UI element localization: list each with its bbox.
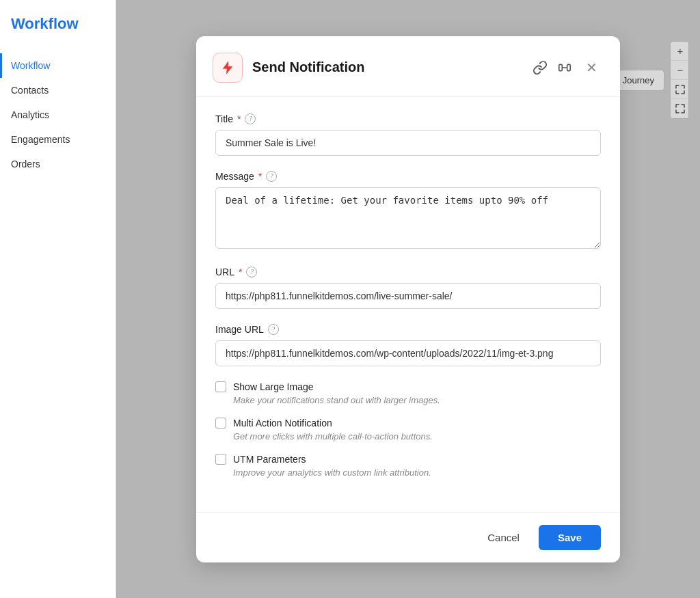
notification-icon-wrap [213, 53, 243, 83]
url-input[interactable] [215, 283, 601, 309]
image-url-input[interactable] [215, 340, 601, 366]
show-large-image-group: Show Large Image Make your notifications… [215, 381, 601, 405]
url-label: URL * ? [215, 267, 601, 277]
url-field-group: URL * ? [215, 267, 601, 309]
modal-header-actions: ✕ [533, 58, 601, 77]
send-notification-modal: Send Notification [196, 36, 620, 562]
modal-overlay: Send Notification [116, 0, 700, 598]
utm-parameters-label: UTM Parameters [233, 454, 306, 465]
url-required-star: * [239, 267, 242, 277]
image-url-field-group: Image URL ? [215, 324, 601, 366]
title-label: Title * ? [215, 113, 601, 124]
title-input[interactable] [215, 130, 601, 156]
utm-parameters-row: UTM Parameters [215, 454, 601, 465]
lightning-icon [220, 60, 235, 75]
modal-header: Send Notification [196, 36, 620, 97]
show-large-image-row: Show Large Image [215, 381, 601, 392]
modal-body: Title * ? Message * ? [196, 97, 620, 506]
message-help-icon[interactable]: ? [266, 171, 277, 182]
cancel-button[interactable]: Cancel [476, 526, 530, 549]
svg-rect-1 [567, 64, 571, 70]
image-url-help-icon[interactable]: ? [268, 324, 279, 335]
svg-rect-0 [559, 64, 563, 70]
multi-action-group: Multi Action Notification Get more click… [215, 418, 601, 441]
multi-action-label: Multi Action Notification [233, 418, 332, 429]
sidebar-logo-text: Workflow [11, 15, 79, 32]
save-button[interactable]: Save [539, 525, 601, 550]
link-icon[interactable] [533, 60, 548, 75]
show-large-image-label: Show Large Image [233, 381, 314, 392]
sidebar-nav: Workflow Contacts Analytics Engagements … [0, 53, 116, 176]
message-required-star: * [258, 171, 262, 182]
title-field-group: Title * ? [215, 113, 601, 156]
title-required-star: * [237, 113, 241, 124]
utm-parameters-checkbox[interactable] [215, 454, 226, 465]
sidebar-item-orders[interactable]: Orders [0, 152, 116, 176]
show-large-image-hint: Make your notifications stand out with l… [215, 395, 601, 405]
message-textarea[interactable] [215, 187, 601, 249]
modal-footer: Cancel Save [196, 513, 620, 562]
multi-action-checkbox[interactable] [215, 418, 226, 429]
message-label: Message * ? [215, 171, 601, 182]
main-area: w Contact Journey + − [116, 0, 700, 598]
sidebar-logo: Workflow [0, 7, 116, 46]
url-help-icon[interactable]: ? [246, 267, 257, 277]
utm-parameters-hint: Improve your analytics with custom link … [215, 467, 601, 478]
sidebar-item-engagements[interactable]: Engagements [0, 127, 116, 152]
multi-action-row: Multi Action Notification [215, 418, 601, 429]
modal-close-button[interactable]: ✕ [582, 58, 601, 77]
title-help-icon[interactable]: ? [245, 113, 256, 124]
modal-title: Send Notification [252, 59, 523, 75]
message-field-group: Message * ? [215, 171, 601, 252]
sidebar-item-workflow[interactable]: Workflow [0, 53, 116, 78]
multi-action-hint: Get more clicks with multiple call-to-ac… [215, 431, 601, 441]
sidebar: Workflow Workflow Contacts Analytics Eng… [0, 0, 116, 598]
image-url-label: Image URL ? [215, 324, 601, 335]
merge-tags-icon[interactable] [557, 60, 572, 75]
utm-parameters-group: UTM Parameters Improve your analytics wi… [215, 454, 601, 478]
sidebar-item-contacts[interactable]: Contacts [0, 78, 116, 103]
sidebar-item-analytics[interactable]: Analytics [0, 103, 116, 127]
show-large-image-checkbox[interactable] [215, 381, 226, 392]
